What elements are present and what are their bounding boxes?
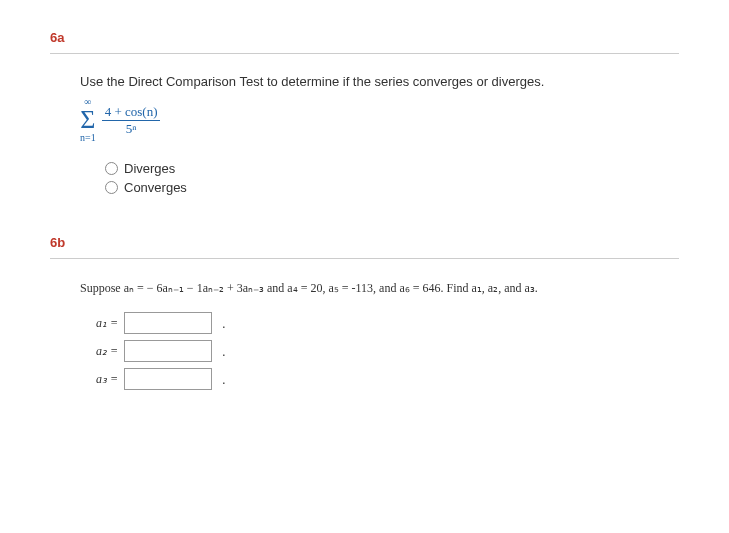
q6a-prompt: Use the Direct Comparison Test to determ… [80, 74, 679, 89]
option-label: Converges [124, 180, 187, 195]
sigma-icon: Σ [80, 107, 95, 133]
answer-row-a1: a₁ = . [80, 312, 679, 334]
period: . [222, 344, 226, 359]
label-a2: a₂ = [80, 344, 118, 359]
question-6b-body: Suppose aₙ = − 6aₙ₋₁ − 1aₙ₋₂ + 3aₙ₋₃ and… [80, 279, 679, 390]
divider [50, 258, 679, 259]
period: . [222, 316, 226, 331]
q6b-prompt: Suppose aₙ = − 6aₙ₋₁ − 1aₙ₋₂ + 3aₙ₋₃ and… [80, 279, 679, 298]
divider [50, 53, 679, 54]
answer-row-a2: a₂ = . [80, 340, 679, 362]
section-6a-heading: 6a [50, 30, 679, 45]
fraction-numerator: 4 + cos(n) [102, 104, 161, 121]
radio-icon[interactable] [105, 181, 118, 194]
label-a3: a₃ = [80, 372, 118, 387]
series-formula: ∞ Σ n=1 4 + cos(n) 5ⁿ [80, 97, 160, 143]
label-a1: a₁ = [80, 316, 118, 331]
radio-group: Diverges Converges [105, 161, 679, 195]
input-a3[interactable] [124, 368, 212, 390]
option-diverges[interactable]: Diverges [105, 161, 679, 176]
input-a2[interactable] [124, 340, 212, 362]
option-label: Diverges [124, 161, 175, 176]
fraction-denominator: 5ⁿ [123, 121, 140, 137]
option-converges[interactable]: Converges [105, 180, 679, 195]
sigma-lower-limit: n=1 [80, 133, 96, 143]
input-a1[interactable] [124, 312, 212, 334]
radio-icon[interactable] [105, 162, 118, 175]
period: . [222, 372, 226, 387]
section-6b-heading: 6b [50, 235, 679, 250]
answer-row-a3: a₃ = . [80, 368, 679, 390]
question-6a-body: Use the Direct Comparison Test to determ… [80, 74, 679, 195]
